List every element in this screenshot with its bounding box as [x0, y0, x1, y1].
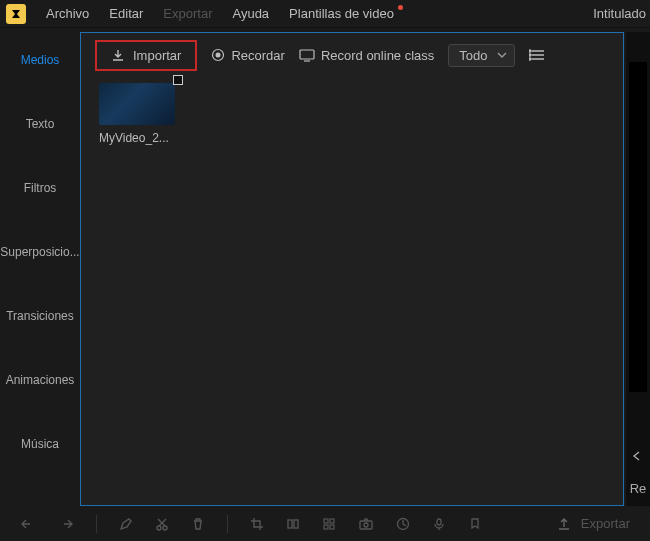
- svg-point-6: [157, 526, 161, 530]
- sidebar-item-musica[interactable]: Música: [0, 412, 80, 476]
- mosaic-icon[interactable]: [322, 517, 336, 531]
- svg-point-7: [163, 526, 167, 530]
- edit-icon[interactable]: [119, 517, 133, 531]
- svg-point-5: [529, 58, 531, 60]
- sidebar-item-animaciones[interactable]: Animaciones: [0, 348, 80, 412]
- bottom-toolbar: Exportar: [0, 506, 650, 541]
- svg-rect-10: [324, 519, 328, 523]
- media-grid: MyVideo_2...: [81, 77, 623, 151]
- media-thumbnail: [99, 83, 175, 125]
- sidebar-item-filtros[interactable]: Filtros: [0, 156, 80, 220]
- preview-strip: Re: [626, 32, 650, 506]
- redo-icon[interactable]: [58, 517, 74, 531]
- menu-archivo[interactable]: Archivo: [36, 6, 99, 21]
- menu-plantillas[interactable]: Plantillas de video: [279, 6, 404, 21]
- split-icon[interactable]: [286, 517, 300, 531]
- project-title: Intitulado: [593, 6, 646, 21]
- media-panel-toolbar: Importar Recordar Record online class To…: [81, 33, 623, 77]
- media-filter-value: Todo: [448, 44, 514, 67]
- sidebar: Medios Texto Filtros Superposicio... Tra…: [0, 28, 80, 506]
- svg-point-3: [529, 50, 531, 52]
- svg-rect-14: [360, 521, 372, 529]
- undo-preview-icon[interactable]: [631, 449, 645, 463]
- svg-rect-11: [330, 519, 334, 523]
- import-icon: [111, 48, 125, 62]
- export-button[interactable]: Exportar: [557, 516, 630, 531]
- import-label: Importar: [133, 48, 181, 63]
- undo-icon[interactable]: [20, 517, 36, 531]
- sidebar-item-medios[interactable]: Medios: [0, 28, 80, 92]
- export-icon: [557, 517, 571, 531]
- snapshot-icon[interactable]: [358, 517, 374, 531]
- screen-record-icon: [299, 48, 315, 62]
- svg-rect-12: [324, 525, 328, 529]
- record-icon: [211, 48, 225, 62]
- svg-point-15: [364, 523, 368, 527]
- record-online-class-button[interactable]: Record online class: [299, 48, 434, 63]
- delete-icon[interactable]: [191, 517, 205, 531]
- media-add-marker-icon[interactable]: [173, 75, 183, 85]
- list-view-icon[interactable]: [529, 48, 545, 62]
- separator: [227, 515, 228, 533]
- separator: [96, 515, 97, 533]
- svg-rect-9: [294, 520, 298, 528]
- record-online-class-label: Record online class: [321, 48, 434, 63]
- sidebar-item-transiciones[interactable]: Transiciones: [0, 284, 80, 348]
- import-button[interactable]: Importar: [95, 40, 197, 71]
- app-logo: [6, 4, 26, 24]
- svg-rect-13: [330, 525, 334, 529]
- sidebar-item-superposiciones[interactable]: Superposicio...: [0, 220, 80, 284]
- media-filter-select[interactable]: Todo: [448, 44, 514, 67]
- cut-icon[interactable]: [155, 517, 169, 531]
- preview-area: [629, 62, 647, 392]
- speed-icon[interactable]: [396, 517, 410, 531]
- record-label: Recordar: [231, 48, 284, 63]
- export-label: Exportar: [581, 516, 630, 531]
- media-item[interactable]: MyVideo_2...: [99, 83, 181, 145]
- menubar: Archivo Editar Exportar Ayuda Plantillas…: [0, 0, 650, 28]
- marker-icon[interactable]: [468, 517, 482, 531]
- menu-ayuda[interactable]: Ayuda: [222, 6, 279, 21]
- svg-point-4: [529, 54, 531, 56]
- right-label: Re: [630, 481, 647, 496]
- record-button[interactable]: Recordar: [211, 48, 284, 63]
- menu-exportar: Exportar: [153, 6, 222, 21]
- svg-rect-8: [288, 520, 292, 528]
- svg-rect-2: [300, 50, 314, 59]
- media-panel: Importar Recordar Record online class To…: [80, 32, 624, 506]
- crop-icon[interactable]: [250, 517, 264, 531]
- media-item-label: MyVideo_2...: [99, 131, 181, 145]
- sidebar-item-texto[interactable]: Texto: [0, 92, 80, 156]
- svg-rect-17: [437, 519, 441, 525]
- menu-editar[interactable]: Editar: [99, 6, 153, 21]
- voiceover-icon[interactable]: [432, 517, 446, 531]
- main-area: Medios Texto Filtros Superposicio... Tra…: [0, 28, 650, 506]
- svg-point-1: [216, 53, 221, 58]
